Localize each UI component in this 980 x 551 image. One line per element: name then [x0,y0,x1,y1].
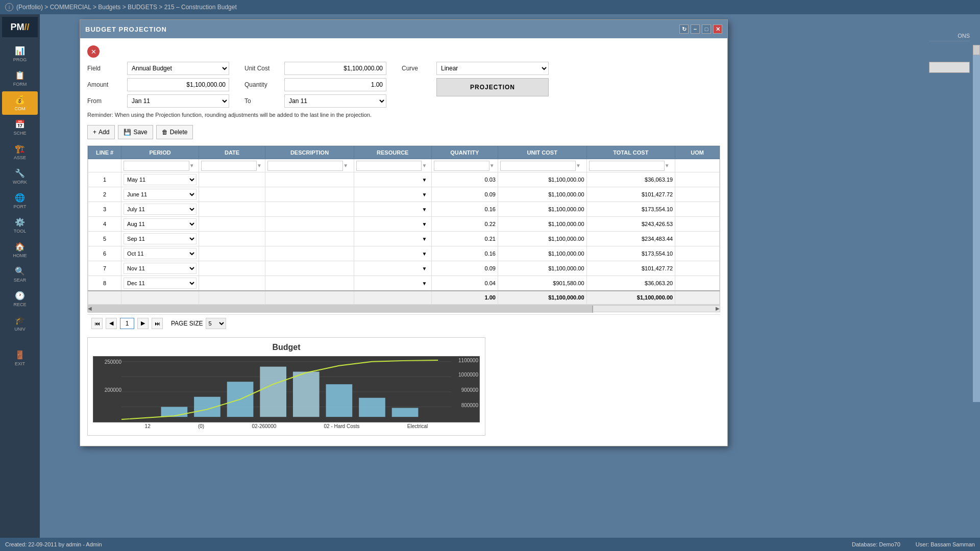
modal-restore-btn[interactable]: □ [702,24,711,34]
sidebar-item-asse[interactable]: 🏗️ ASSE [2,140,38,164]
from-select[interactable]: Jan 11 [128,95,229,107]
curve-select-wrapper[interactable]: Linear [436,62,549,75]
first-page-btn[interactable]: ⏮ [91,318,103,329]
info-icon[interactable]: i [5,3,13,11]
sidebar-item-univ[interactable]: 🎓 UNIV [2,312,38,335]
desc-filter-icon[interactable]: ▼ [343,163,348,168]
resource-dropdown-5[interactable]: ▼ [422,236,427,242]
date-input-6[interactable] [201,251,263,257]
period-filter-input[interactable] [124,161,189,171]
cell-resource-1[interactable]: ▼ [354,172,431,187]
period-select-7[interactable]: Nov 11 [124,263,197,274]
period-select-6[interactable]: Oct 11 [124,248,197,259]
period-filter-icon[interactable]: ▼ [189,163,194,168]
prev-page-btn[interactable]: ◀ [106,318,117,329]
date-filter-icon[interactable]: ▼ [257,163,262,168]
resource-input-4[interactable] [356,221,422,227]
page-size-select[interactable]: 5 10 25 [206,318,226,329]
resource-input-6[interactable] [356,251,422,257]
quantity-input[interactable] [284,78,386,91]
sidebar-item-prog[interactable]: 📊 PROG [2,42,38,66]
desc-input-7[interactable] [267,265,352,271]
desc-input-3[interactable] [267,206,352,212]
uc-filter-icon[interactable]: ▼ [576,163,581,168]
projection-button[interactable]: PROJECTION [436,78,549,96]
desc-input-1[interactable] [267,177,352,183]
cell-desc-1[interactable] [265,172,354,187]
amount-input[interactable] [127,78,229,91]
scroll-left-btn[interactable]: ◀ [88,306,92,311]
resource-dropdown-7[interactable]: ▼ [422,266,427,271]
resource-input-5[interactable] [356,236,422,242]
next-page-btn[interactable]: ▶ [137,318,149,329]
period-select-3[interactable]: July 11 [124,204,197,215]
from-select-wrapper[interactable]: Jan 11 [127,94,229,108]
date-input-2[interactable] [201,191,263,197]
resource-filter-input[interactable] [356,161,422,171]
qty-filter-icon[interactable]: ▼ [489,163,495,168]
resource-dropdown-1[interactable]: ▼ [422,177,427,183]
desc-input-2[interactable] [267,191,352,197]
sidebar-item-tool[interactable]: ⚙️ TOOL [2,214,38,237]
desc-input-4[interactable] [267,221,352,227]
delete-button[interactable]: 🗑 Delete [156,125,193,139]
resource-input-3[interactable] [356,206,422,212]
curve-select[interactable]: Linear [437,62,548,74]
cell-period-1[interactable]: May 11 [121,172,199,187]
sidebar-item-work[interactable]: 🔧 WORK [2,165,38,188]
date-input-8[interactable] [201,280,263,286]
sidebar-item-sear[interactable]: 🔍 SEAR [2,263,38,286]
uc-filter-input[interactable] [500,161,576,171]
scroll-right-btn[interactable]: ▶ [716,306,720,311]
cell-date-1[interactable] [199,172,265,187]
sidebar-item-rece[interactable]: 🕐 RECE [2,287,38,311]
close-button[interactable]: ✕ [87,45,100,58]
modal-refresh-btn[interactable]: ↻ [679,24,689,34]
resource-filter-icon[interactable]: ▼ [422,163,427,168]
sidebar-item-home[interactable]: 🏠 HOME [2,238,38,262]
to-select-wrapper[interactable]: Jan 11 [284,94,386,108]
resource-dropdown-3[interactable]: ▼ [422,207,427,212]
vertical-scrollbar[interactable] [973,45,980,402]
sidebar-item-port[interactable]: 🌐 PORT [2,189,38,213]
period-select-2[interactable]: June 11 [124,189,197,200]
scroll-thumb-v[interactable] [973,45,980,55]
period-select-1[interactable]: May 11 [124,174,197,185]
resource-dropdown-6[interactable]: ▼ [422,251,427,257]
date-filter-input[interactable] [201,161,257,171]
modal-minimize-btn[interactable]: − [691,24,700,34]
sidebar-item-form[interactable]: 📋 FORM [2,67,38,90]
field-select-wrapper[interactable]: Annual Budget [127,62,229,75]
date-input-7[interactable] [201,265,263,271]
qty-filter-input[interactable] [434,161,489,171]
desc-input-6[interactable] [267,251,352,257]
to-select[interactable]: Jan 11 [285,95,386,107]
unit-cost-input[interactable] [284,62,386,75]
tc-filter-input[interactable] [589,161,665,171]
resource-dropdown-2[interactable]: ▼ [422,192,427,197]
right-search-input[interactable] [929,62,970,73]
sidebar-item-exit[interactable]: 🚪 EXIT [2,346,38,370]
add-button[interactable]: + Add [87,125,115,139]
resource-input-1[interactable] [356,177,422,183]
resource-dropdown-8[interactable]: ▼ [422,281,427,286]
date-input-5[interactable] [201,236,263,242]
field-select[interactable]: Annual Budget [128,62,229,74]
tc-filter-icon[interactable]: ▼ [665,163,670,168]
desc-input-8[interactable] [267,280,352,286]
sidebar-item-com[interactable]: 💰 COM [2,91,38,115]
period-select-4[interactable]: Aug 11 [124,218,197,230]
modal-close-btn[interactable]: ✕ [713,24,722,34]
desc-input-5[interactable] [267,236,352,242]
date-input-3[interactable] [201,206,263,212]
period-select-5[interactable]: Sep 11 [124,233,197,244]
resource-input-8[interactable] [356,280,422,286]
horizontal-scrollbar[interactable]: ◀ ▶ [87,305,720,312]
date-input-1[interactable] [201,177,263,183]
date-input-4[interactable] [201,221,263,227]
save-button[interactable]: 💾 Save [118,125,153,139]
sidebar-item-sche[interactable]: 📅 SCHE [2,116,38,139]
resource-dropdown-4[interactable]: ▼ [422,221,427,227]
desc-filter-input[interactable] [267,161,343,171]
period-select-8[interactable]: Dec 11 [124,278,197,289]
